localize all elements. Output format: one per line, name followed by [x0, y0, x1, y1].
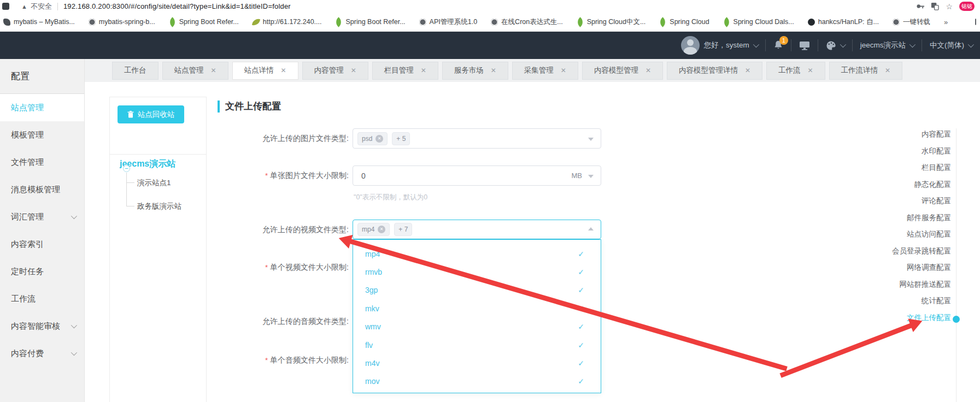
- anchor-content-config[interactable]: 内容配置: [892, 126, 951, 143]
- dropdown-option-wmv[interactable]: wmv: [353, 318, 601, 336]
- active-anchor-dot: [953, 316, 960, 323]
- tag-close-icon[interactable]: [375, 135, 383, 143]
- selected-tag: psd: [357, 132, 388, 145]
- tree-connector: [126, 206, 134, 206]
- language-switcher[interactable]: 中文(简体): [930, 40, 972, 50]
- dropdown-option-m4v[interactable]: m4v: [353, 354, 601, 372]
- chevron-down-icon: [909, 42, 916, 48]
- tab-workbench[interactable]: 工作台: [112, 62, 159, 80]
- palette-icon: [826, 40, 836, 51]
- image-size-input[interactable]: 0 MB: [353, 165, 601, 186]
- check-icon: [578, 341, 584, 350]
- close-icon[interactable]: [808, 67, 813, 74]
- password-key-icon[interactable]: [916, 2, 924, 10]
- translate-icon[interactable]: [931, 2, 939, 10]
- sidebar-item-content-ai-review[interactable]: 内容智能审核: [0, 312, 84, 340]
- anchor-mail-config[interactable]: 邮件服务配置: [892, 210, 951, 227]
- bookmark[interactable]: hankcs/HanLP: 自...: [808, 17, 879, 27]
- notifications-button[interactable]: 1: [773, 40, 783, 51]
- bookmark[interactable]: Spring Boot Refer...: [169, 18, 239, 26]
- tab-service-market[interactable]: 服务市场: [442, 62, 508, 80]
- tab-content-management[interactable]: 内容管理: [302, 62, 368, 80]
- security-label: 不安全: [31, 2, 52, 11]
- tab-content-model[interactable]: 内容模型管理: [582, 62, 663, 80]
- bookmarks-overflow-button[interactable]: »: [944, 18, 948, 26]
- monitor-icon[interactable]: [799, 41, 810, 50]
- url-text[interactable]: 192.168.0.200:8300/#/config/site/detail?…: [63, 2, 291, 10]
- anchor-column-config[interactable]: 栏目配置: [892, 159, 951, 176]
- site-switcher[interactable]: jeecms演示站: [860, 40, 914, 50]
- close-icon[interactable]: [745, 67, 750, 74]
- collapse-icon[interactable]: [123, 165, 130, 172]
- sidebar-item-content-payment[interactable]: 内容付费: [0, 340, 84, 367]
- theme-menu[interactable]: [826, 40, 844, 51]
- anchor-watermark-config[interactable]: 水印配置: [892, 143, 951, 160]
- page-content: 站点回收站 jeecms演示站 演示站点1 政务版演示站 文件上传配置 允许上传…: [85, 82, 980, 402]
- bookmark-star-icon[interactable]: ☆: [946, 2, 953, 11]
- spring-leaf-icon: [334, 17, 344, 27]
- bookmark[interactable]: Spring Cloud中文...: [577, 17, 646, 27]
- bookmark[interactable]: API管理系统1.0: [419, 17, 478, 27]
- browser-profile-badge[interactable]: 铭铭: [959, 2, 975, 11]
- anchor-nav: 内容配置 水印配置 栏目配置 静态化配置 评论配置 邮件服务配置 站点访问配置 …: [892, 126, 951, 326]
- close-icon[interactable]: [885, 67, 890, 74]
- anchor-static-config[interactable]: 静态化配置: [892, 176, 951, 193]
- tab-site-management[interactable]: 站点管理: [162, 62, 228, 80]
- sidebar-item-file-management[interactable]: 文件管理: [0, 149, 84, 176]
- close-icon[interactable]: [561, 67, 566, 74]
- tag-close-icon[interactable]: [378, 226, 385, 233]
- close-icon[interactable]: [421, 67, 426, 74]
- sidebar-item-scheduled-tasks[interactable]: 定时任务: [0, 258, 84, 285]
- bookmark[interactable]: http://61.172.240....: [253, 18, 322, 26]
- bookmark[interactable]: mybatis – MyBatis...: [3, 18, 75, 26]
- sidebar-item-template-management[interactable]: 模板管理: [0, 121, 84, 149]
- sidebar-item-site-management[interactable]: 站点管理: [0, 94, 84, 121]
- sidebar-item-content-index[interactable]: 内容索引: [0, 230, 84, 258]
- anchor-statistics-config[interactable]: 统计配置: [892, 293, 951, 310]
- close-icon[interactable]: [211, 67, 216, 74]
- dropdown-option-3gp[interactable]: 3gp: [353, 281, 601, 299]
- bookmark[interactable]: 在线Cron表达式生...: [491, 17, 563, 27]
- check-icon: [578, 250, 584, 258]
- video-type-label: 允许上传的视频文件类型:: [185, 224, 349, 235]
- anchor-site-access-config[interactable]: 站点访问配置: [892, 226, 951, 243]
- sidebar-item-vocabulary[interactable]: 词汇管理: [0, 203, 84, 230]
- sidebar-item-message-template[interactable]: 消息模板管理: [0, 176, 84, 203]
- input-value: 0: [357, 172, 366, 180]
- close-icon[interactable]: [351, 67, 356, 74]
- close-icon[interactable]: [645, 67, 651, 74]
- bookmark[interactable]: mybatis-spring-b...: [89, 18, 155, 26]
- dropdown-option-mov[interactable]: mov: [353, 373, 601, 391]
- browser-icon: [2, 3, 9, 10]
- bookmark[interactable]: Spring Boot Refer...: [335, 18, 405, 26]
- tab-site-detail[interactable]: 站点详情: [232, 62, 298, 80]
- video-type-select[interactable]: mp4 + 7: [353, 220, 601, 239]
- site-tree-child[interactable]: 政务版演示站: [137, 202, 181, 211]
- tab-collection-management[interactable]: 采集管理: [512, 62, 578, 80]
- globe-icon: [491, 19, 498, 26]
- address-bar[interactable]: ▲ 不安全 192.168.0.200:8300/#/config/site/d…: [0, 0, 980, 13]
- unit-select[interactable]: MB: [572, 172, 583, 180]
- tab-workflow[interactable]: 工作流: [766, 62, 825, 80]
- bookmark[interactable]: Spring Cloud: [659, 18, 709, 26]
- site-recycle-button[interactable]: 站点回收站: [118, 105, 184, 123]
- video-size-label: 单个视频文件大小限制:: [185, 262, 349, 273]
- dropdown-option-flv[interactable]: flv: [353, 336, 601, 354]
- close-icon[interactable]: [491, 67, 496, 74]
- tab-column-management[interactable]: 栏目管理: [372, 62, 438, 80]
- spring-leaf-icon: [721, 17, 731, 27]
- tab-content-model-detail[interactable]: 内容模型管理详情: [667, 62, 762, 80]
- close-icon[interactable]: [281, 67, 286, 74]
- image-type-select[interactable]: psd + 5: [353, 128, 601, 149]
- anchor-site-group-push-config[interactable]: 网站群推送配置: [892, 276, 951, 293]
- tab-workflow-detail[interactable]: 工作流详情: [829, 62, 903, 80]
- bookmark[interactable]: Spring Cloud Dals...: [723, 18, 794, 26]
- spring-leaf-icon: [167, 17, 177, 27]
- anchor-survey-config[interactable]: 网络调查配置: [892, 259, 951, 276]
- user-menu[interactable]: 您好，system: [681, 36, 757, 55]
- site-tree-child[interactable]: 演示站点1: [137, 178, 171, 188]
- sidebar-item-workflow[interactable]: 工作流: [0, 285, 84, 312]
- anchor-comment-config[interactable]: 评论配置: [892, 193, 951, 210]
- anchor-member-login-config[interactable]: 会员登录跳转配置: [892, 243, 951, 260]
- bookmark[interactable]: 一键转载: [893, 17, 930, 27]
